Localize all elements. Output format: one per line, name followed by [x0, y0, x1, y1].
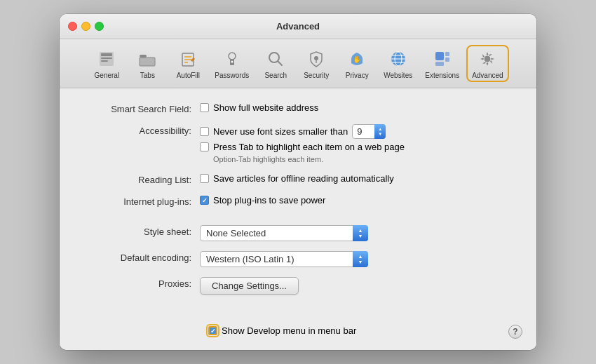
change-settings-button[interactable]: Change Settings...: [200, 277, 299, 295]
maximize-button[interactable]: [95, 22, 104, 31]
proxies-row: Proxies: Change Settings...: [88, 277, 508, 295]
internet-plugins-option-row: Stop plug-ins to save power: [200, 195, 325, 205]
internet-plugins-option-label: Stop plug-ins to save power: [213, 195, 325, 205]
privacy-icon: ✋: [346, 48, 368, 70]
preferences-window: Advanced General: [60, 14, 536, 350]
traffic-lights: [68, 22, 104, 31]
toolbar-item-extensions[interactable]: Extensions: [419, 45, 465, 82]
font-size-select[interactable]: 9 10 12 14 18 24: [352, 124, 386, 139]
accessibility-option1-label: Never use font sizes smaller than: [213, 126, 348, 137]
websites-label: Websites: [384, 72, 412, 79]
reading-list-option-label: Save articles for offline reading automa…: [213, 173, 394, 184]
security-label: Security: [304, 72, 329, 79]
smart-search-label: Smart Search Field:: [88, 102, 200, 114]
accessibility-row: Accessibility: Never use font sizes smal…: [88, 124, 508, 163]
advanced-icon: [476, 48, 499, 70]
toolbar-item-autofill[interactable]: AutoFill: [168, 45, 208, 82]
style-sheet-select[interactable]: None Selected: [200, 225, 368, 241]
toolbar-item-websites[interactable]: Websites: [378, 45, 418, 82]
autofill-icon: [177, 48, 199, 70]
reading-list-option-row: Save articles for offline reading automa…: [200, 173, 394, 184]
reading-list-label: Reading List:: [88, 173, 200, 185]
svg-rect-5: [140, 58, 155, 66]
default-encoding-select-wrapper: Western (ISO Latin 1) Unicode (UTF-8): [200, 251, 368, 267]
security-icon: [305, 48, 327, 70]
accessibility-option2-row: Press Tab to highlight each item on a we…: [200, 142, 405, 152]
develop-menu-row: Show Develop menu in menu bar: [208, 325, 508, 336]
internet-plugins-row: Internet plug-ins: Stop plug-ins to save…: [88, 195, 508, 207]
style-sheet-label: Style sheet:: [88, 225, 200, 237]
toolbar-item-privacy[interactable]: ✋ Privacy: [337, 45, 377, 82]
default-encoding-option-row: Western (ISO Latin 1) Unicode (UTF-8): [200, 251, 368, 267]
help-button[interactable]: ?: [508, 325, 522, 339]
title-bar: Advanced: [60, 14, 536, 39]
smart-search-checkbox[interactable]: [200, 103, 209, 112]
svg-rect-1: [101, 53, 112, 56]
toolbar-item-search[interactable]: Search: [256, 45, 295, 82]
bottom-area: Show Develop menu in menu bar ?: [60, 325, 536, 350]
default-encoding-row: Default encoding: Western (ISO Latin 1) …: [88, 251, 508, 267]
internet-plugins-label: Internet plug-ins:: [88, 195, 200, 207]
reading-list-checkbox[interactable]: [200, 174, 209, 183]
toolbar-item-general[interactable]: General: [87, 45, 126, 82]
default-encoding-label: Default encoding:: [88, 251, 200, 263]
smart-search-option-row: Show full website address: [200, 102, 318, 113]
svg-text:✋: ✋: [353, 55, 362, 64]
search-label: Search: [264, 72, 287, 79]
internet-plugins-control: Stop plug-ins to save power: [200, 195, 325, 205]
window-title: Advanced: [276, 21, 320, 32]
svg-rect-24: [435, 52, 444, 60]
proxies-option-row: Change Settings...: [200, 277, 299, 295]
close-button[interactable]: [68, 22, 77, 31]
smart-search-row: Smart Search Field: Show full website ad…: [88, 102, 508, 114]
passwords-icon: [221, 48, 243, 70]
reading-list-control: Save articles for offline reading automa…: [200, 173, 394, 184]
search-icon: [264, 48, 287, 70]
smart-search-option-label: Show full website address: [213, 102, 318, 113]
toolbar-item-tabs[interactable]: Tabs: [128, 45, 167, 82]
accessibility-fontsize-checkbox[interactable]: [200, 127, 209, 136]
style-sheet-select-wrapper: None Selected: [200, 225, 368, 241]
toolbar-item-security[interactable]: Security: [297, 45, 336, 82]
accessibility-option2-label: Press Tab to highlight each item on a we…: [213, 142, 405, 152]
minimize-button[interactable]: [81, 22, 90, 31]
toolbar-item-passwords[interactable]: Passwords: [209, 45, 255, 82]
default-encoding-control: Western (ISO Latin 1) Unicode (UTF-8): [200, 251, 368, 267]
reading-list-row: Reading List: Save articles for offline …: [88, 173, 508, 185]
style-sheet-row: Style sheet: None Selected: [88, 225, 508, 241]
svg-rect-4: [140, 55, 147, 58]
tabs-icon: [136, 48, 158, 70]
internet-plugins-checkbox[interactable]: [200, 196, 209, 205]
extensions-icon: [431, 48, 454, 70]
privacy-label: Privacy: [346, 72, 369, 79]
accessibility-hint: Option-Tab highlights each item.: [213, 155, 405, 163]
font-size-select-wrapper: 9 10 12 14 18 24: [352, 124, 386, 139]
svg-rect-3: [101, 60, 108, 62]
autofill-label: AutoFill: [177, 72, 200, 79]
default-encoding-select[interactable]: Western (ISO Latin 1) Unicode (UTF-8): [200, 251, 368, 267]
proxies-control: Change Settings...: [200, 277, 299, 295]
extensions-label: Extensions: [425, 72, 459, 79]
toolbar-item-advanced[interactable]: Advanced: [466, 45, 508, 82]
general-icon: [95, 48, 118, 70]
svg-point-11: [229, 53, 236, 60]
advanced-label: Advanced: [472, 72, 503, 79]
develop-menu-label: Show Develop menu in menu bar: [222, 325, 356, 336]
tabs-label: Tabs: [140, 72, 155, 79]
svg-rect-25: [445, 52, 449, 56]
svg-point-16: [314, 56, 318, 60]
style-sheet-option-row: None Selected: [200, 225, 368, 241]
svg-point-13: [231, 61, 233, 63]
accessibility-tab-checkbox[interactable]: [200, 142, 209, 151]
toolbar: General Tabs: [60, 39, 536, 88]
smart-search-control: Show full website address: [200, 102, 318, 113]
general-label: General: [95, 72, 120, 79]
passwords-label: Passwords: [215, 72, 249, 79]
accessibility-control: Never use font sizes smaller than 9 10 1…: [200, 124, 405, 163]
accessibility-label: Accessibility:: [88, 124, 200, 136]
accessibility-option1-row: Never use font sizes smaller than 9 10 1…: [200, 124, 405, 139]
svg-rect-27: [435, 62, 444, 66]
style-sheet-control: None Selected: [200, 225, 368, 241]
websites-icon: [387, 48, 409, 70]
develop-menu-checkbox[interactable]: [208, 326, 217, 335]
